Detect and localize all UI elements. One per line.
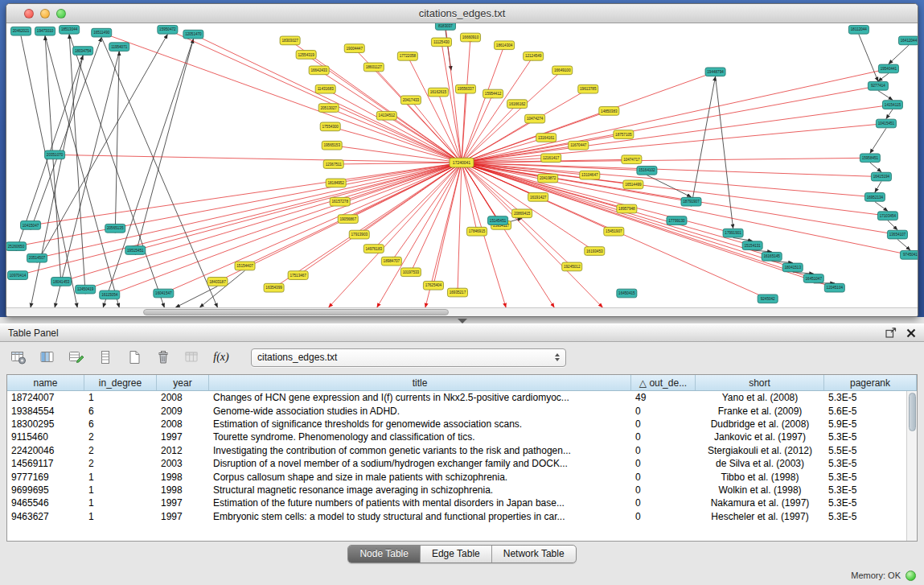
network-node[interactable]: 20417433 (400, 96, 421, 105)
window-titlebar[interactable]: citations_edges.txt (6, 4, 918, 23)
network-node[interactable]: 18034754 (73, 47, 93, 56)
network-node[interactable]: 19540441 (878, 64, 898, 73)
network-node[interactable]: 17799130 (667, 216, 687, 225)
network-node[interactable]: 16193453 (585, 247, 605, 256)
network-node[interactable]: 10474274 (525, 114, 545, 123)
network-node[interactable]: 16451047 (803, 274, 823, 283)
tab-edge-table[interactable]: Edge Table (421, 546, 492, 562)
table-row[interactable]: 969969511998Structural magnetic resonanc… (7, 484, 917, 496)
network-node[interactable]: 18984707 (381, 257, 401, 266)
network-node[interactable]: 18041513 (782, 263, 803, 272)
table-row[interactable]: 946554611997Estimation of the future num… (7, 496, 917, 509)
network-node[interactable]: 11431683 (315, 84, 335, 93)
network-node[interactable]: 15154131 (742, 241, 762, 250)
network-hscrollbar[interactable] (6, 307, 918, 316)
new-column-button[interactable] (64, 346, 88, 369)
network-node[interactable]: 14134512 (376, 111, 396, 120)
network-node[interactable]: 20419872 (538, 174, 558, 183)
network-node[interactable]: 10415451 (876, 119, 896, 128)
table-row[interactable]: 911546021997Tourette syndrome. Phenomeno… (7, 431, 917, 443)
network-node[interactable]: 16157278 (330, 197, 350, 206)
table-row[interactable]: 946362711997Embryonic stem cells: a mode… (7, 510, 917, 523)
network-node[interactable]: 10197533 (400, 268, 421, 277)
network-node[interactable]: 16952134 (864, 193, 885, 202)
table-mode-button[interactable] (6, 346, 31, 369)
network-node[interactable]: 13104647 (580, 171, 600, 179)
network-node[interactable]: 17554300 (320, 122, 340, 131)
network-node[interactable]: 19245012 (562, 262, 582, 271)
network-node[interactable]: 16412044 (898, 36, 918, 45)
network-node[interactable]: 11125430 (431, 38, 451, 47)
network-node[interactable]: 15958451 (860, 154, 880, 163)
network-node[interactable]: 19515451 (125, 246, 146, 255)
network-node[interactable]: 16191427 (528, 193, 548, 202)
import-table-button[interactable] (180, 346, 204, 369)
column-header-pagerank[interactable]: pagerank (824, 375, 917, 390)
network-node[interactable]: 20514507 (27, 253, 47, 262)
network-node[interactable]: 15451907 (604, 227, 624, 236)
network-node[interactable]: 15154407 (235, 262, 255, 270)
network-node[interactable]: 11670447 (569, 141, 589, 150)
network-node[interactable]: 12045104 (824, 283, 844, 292)
network-node[interactable]: 9277414 (868, 81, 888, 90)
network-node[interactable]: 16115054 (100, 290, 120, 299)
network-node[interactable]: 18184952 (326, 179, 346, 187)
network-node[interactable]: 16514499 (623, 180, 643, 189)
table-row[interactable]: 1872400712008Changes of HCN gene express… (7, 391, 917, 404)
network-node[interactable]: 13164161 (536, 134, 556, 142)
network-node[interactable]: 16415194 (871, 172, 891, 181)
network-node[interactable]: 16162615 (428, 88, 448, 97)
table-selector[interactable]: citations_edges.txt (251, 348, 566, 367)
network-node[interactable]: 12450419 (76, 285, 96, 294)
network-svg[interactable]: 1830302712554319166424331143168320513027… (6, 23, 918, 307)
network-node[interactable]: 17846915 (467, 227, 487, 236)
table-row[interactable]: 1830029562008Estimation of significance … (7, 418, 917, 431)
network-node[interactable]: 17913903 (349, 230, 369, 239)
network-canvas[interactable]: 1830302712554319166424331143168320513027… (6, 23, 918, 307)
network-node[interactable]: 9745041 (900, 250, 918, 259)
network-node[interactable]: 10415047 (21, 221, 41, 230)
network-node[interactable]: 15950472 (158, 25, 178, 34)
network-node[interactable]: 17991901 (723, 229, 743, 237)
network-node[interactable]: 15164102 (637, 166, 657, 175)
network-node[interactable]: 17240041 (450, 158, 474, 167)
network-node[interactable]: 12554319 (296, 51, 316, 60)
network-node[interactable]: 10970414 (8, 271, 28, 280)
column-header-name[interactable]: name (7, 375, 84, 390)
table-row[interactable]: 1456911722003Disruption of a novel membe… (7, 457, 917, 470)
network-node[interactable]: 19613785 (578, 84, 598, 93)
table-vscroll-thumb[interactable] (909, 393, 916, 431)
network-node[interactable]: 18403187 (207, 278, 228, 286)
network-node[interactable]: 12124549 (524, 51, 544, 60)
table-vscrollbar[interactable] (906, 391, 917, 541)
network-node[interactable]: 16935217 (447, 288, 467, 297)
network-node[interactable]: 19004447 (344, 44, 364, 53)
select-rows-button[interactable] (93, 346, 117, 369)
tab-node-table[interactable]: Node Table (348, 546, 421, 562)
network-node[interactable]: 19473010 (35, 27, 55, 35)
network-node[interactable]: 17722058 (397, 51, 417, 60)
delete-table-button[interactable] (151, 346, 175, 369)
network-node[interactable]: 14154115 (882, 101, 902, 109)
close-panel-icon[interactable] (906, 328, 916, 338)
network-node[interactable]: 19448794 (705, 68, 725, 76)
function-builder-button[interactable]: f(x) (209, 346, 233, 369)
table-row[interactable]: 2242004622012Investigating the contribut… (7, 444, 917, 457)
network-node[interactable]: 15145451 (488, 216, 508, 225)
network-node[interactable]: 18041453 (51, 278, 72, 286)
network-node[interactable]: 12051470 (183, 30, 203, 39)
network-hscroll-thumb[interactable] (143, 309, 449, 315)
network-node[interactable]: 17513467 (288, 271, 308, 280)
network-node[interactable]: 16660910 (460, 33, 480, 42)
float-panel-icon[interactable] (885, 328, 897, 338)
network-node[interactable]: 12367511 (323, 160, 343, 169)
network-node[interactable]: 18791907 (681, 197, 701, 206)
network-node[interactable]: 16642433 (309, 66, 329, 75)
column-header-in_degree[interactable]: in_degree (84, 375, 157, 390)
network-node[interactable]: 14976183 (363, 245, 384, 253)
table-row[interactable]: 1938455462009Genome-wide association stu… (7, 404, 917, 417)
network-node[interactable]: 19556337 (455, 84, 475, 93)
network-node[interactable]: 18757105 (614, 130, 634, 139)
network-node[interactable]: 13654107 (887, 230, 907, 239)
network-node[interactable]: 18614304 (495, 41, 515, 50)
